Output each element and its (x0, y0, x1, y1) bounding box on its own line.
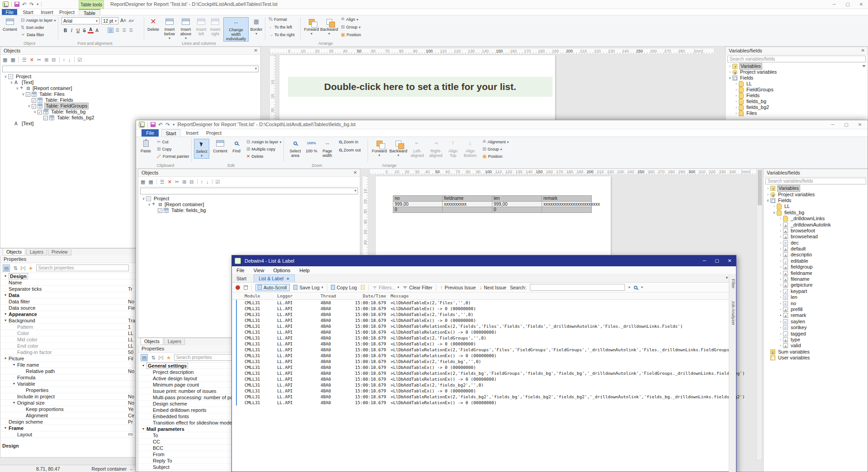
border-button[interactable]: ▦Border▾ (250, 17, 262, 36)
zoom-100-button[interactable]: 100%100 % (305, 139, 318, 153)
tab-project[interactable]: Project (204, 129, 224, 137)
expander-icon[interactable]: ∨ (15, 85, 20, 91)
log-tab[interactable]: Start (232, 275, 254, 282)
titlebar[interactable]: Debwin4 - List & Label ─ ▢ ✕ (232, 255, 736, 266)
expander-icon[interactable]: ▾ (140, 363, 146, 368)
auto-scroll-toggle[interactable]: Auto-Scroll (255, 284, 290, 291)
log-row[interactable]: CMLL31 LL.API 4BA0 15:00:18.679 <LlDbAdd… (232, 306, 736, 312)
tree-item[interactable]: › _drilldownAutolink (764, 222, 868, 227)
property-row[interactable]: Relative path No (0, 368, 136, 374)
property-row[interactable]: Mid color LL (0, 336, 136, 343)
tree-item[interactable]: › fieldname (764, 270, 868, 276)
property-row[interactable]: Alignment Ce (0, 412, 136, 419)
previous-issue-button[interactable]: ↑Previous Issue (440, 285, 476, 290)
page-width-button[interactable]: ⇔Page width (320, 139, 335, 158)
table-cell[interactable] (443, 207, 492, 213)
grow-font-icon[interactable]: A˄ (120, 18, 126, 23)
expander-icon[interactable]: ∨ (9, 80, 14, 85)
expander-icon[interactable]: ▾ (2, 312, 9, 316)
multiple-copy-button[interactable]: ⊞Multiple copy (246, 147, 275, 151)
log-row[interactable]: CMLL31 LL.API 4BA0 15:00:18.679 >LlDbAdd… (232, 312, 736, 317)
expander-icon[interactable]: › (734, 104, 739, 110)
expander-icon[interactable]: › (778, 337, 783, 343)
menu-item[interactable]: File (232, 268, 249, 273)
paste-button[interactable]: Paste (141, 139, 151, 153)
property-value[interactable]: ▭ (128, 431, 132, 437)
design-table[interactable]: no fieldname len remark 999,00 xxxxxxxxx… (393, 195, 592, 213)
property-row[interactable]: ▾ Variable (0, 381, 136, 387)
tree-item[interactable]: › Variables (726, 63, 868, 69)
table-header-row[interactable]: no fieldname len remark (393, 195, 592, 201)
alignment-button[interactable]: ≞Alignment▾ (482, 140, 509, 144)
tree-item[interactable]: › tagged (764, 330, 868, 336)
expander-icon[interactable]: ▾ (2, 426, 9, 430)
property-row[interactable]: End color LL (0, 343, 136, 349)
tree-item[interactable]: › getpicture (764, 282, 868, 288)
log-row[interactable]: CMLL31 LL.API 4BA0 15:00:18.679 <LlDbAdd… (232, 376, 736, 382)
table-footer-row[interactable]: 0 0 (393, 207, 592, 213)
property-value[interactable]: No (128, 400, 134, 406)
tree-item[interactable]: › fields_bg (726, 99, 868, 104)
tree-item[interactable]: › len (764, 294, 868, 300)
property-row[interactable]: Data filter No (0, 298, 136, 305)
panel-tab[interactable]: Layers (26, 249, 47, 255)
column-header[interactable]: Date/Time (354, 293, 386, 298)
log-row[interactable]: CMLL31 LL.API 4BA0 15:00:18.679 <LlDbAdd… (232, 341, 736, 347)
log-row[interactable]: CMLL31 LL.API 4BA0 15:00:18.679 >LlDbAdd… (232, 359, 736, 364)
tree-item[interactable]: › Project variables (726, 69, 868, 75)
delete-button[interactable]: ✕Delete (246, 154, 263, 159)
log-row[interactable]: CMLL31 LL.API 4BA0 15:00:18.679 <LlDbAdd… (232, 388, 736, 394)
tree-item[interactable]: › _drilldownLinks (764, 216, 868, 222)
assign-to-layer-button[interactable]: ⊟Assign to layer▾ (246, 140, 281, 144)
delete-icon[interactable]: ✕ (168, 179, 172, 185)
tree-item[interactable]: ∨ Fields (764, 198, 868, 203)
log-row[interactable]: CMLL31 LL.API 4BA0 15:00:18.679 >LlDbAdd… (232, 382, 736, 388)
close-tab-icon[interactable]: ✕ (286, 277, 290, 281)
tree-item[interactable]: ∨ Project (0, 74, 260, 80)
tree-item[interactable]: › valid (764, 343, 868, 349)
tree-item[interactable]: ∨ Table: Files (0, 91, 260, 97)
side-tab-filter[interactable]: Filter (731, 279, 736, 288)
categorized-view-icon[interactable]: ▤ (141, 354, 148, 361)
tree-item[interactable]: Table: fields_bg (138, 208, 360, 213)
font-name-combo[interactable]: Arial▾ (61, 17, 99, 24)
property-row[interactable]: Include in project No (0, 393, 136, 400)
tree-item[interactable]: › saylen (764, 319, 868, 325)
copy-button[interactable]: ⊞Copy (157, 147, 171, 151)
close-icon[interactable]: ✕ (853, 120, 867, 129)
expander-icon[interactable]: › (734, 99, 739, 104)
group-button[interactable]: ⊞Group▾ (482, 147, 502, 151)
search-options-icon[interactable]: ▾ (628, 285, 630, 289)
expander-icon[interactable]: ▾ (11, 401, 17, 405)
property-value[interactable]: No (128, 368, 134, 374)
tree-item[interactable]: ∨ [Report container] (0, 85, 260, 91)
expander-icon[interactable]: › (778, 276, 783, 282)
tree-item[interactable]: ∨ Fields (726, 75, 868, 81)
insert-below-button[interactable]: Insert below▾ (163, 17, 176, 41)
backward-button[interactable]: Backward▾ (321, 17, 337, 36)
expander-icon[interactable]: › (778, 319, 783, 325)
tree-item[interactable]: › no (764, 300, 868, 306)
log-row[interactable]: CMLL31 LL.API 4BA0 15:00:18.679 >LlDbAdd… (232, 394, 736, 400)
tree-item[interactable]: › remark (764, 312, 868, 318)
tab-file[interactable]: File (142, 129, 159, 137)
tree-item[interactable]: User variables (764, 355, 868, 361)
assign-to-layer-button[interactable]: ⊟Assign to layer▾ (21, 18, 56, 23)
expander-icon[interactable]: ∨ (727, 75, 732, 81)
property-row[interactable]: Pattern 1 (0, 324, 136, 330)
expander-icon[interactable]: › (727, 69, 732, 75)
property-row[interactable]: ▾ File name (0, 362, 136, 368)
close-icon[interactable]: ✕ (854, 0, 868, 9)
expander-icon[interactable]: › (778, 288, 783, 294)
property-value[interactable]: LL (128, 337, 133, 342)
sort-order-button[interactable]: ⇅Sort order (21, 25, 44, 30)
text-style-button[interactable]: A (94, 28, 100, 33)
delete-icon[interactable]: ✕ (30, 57, 34, 63)
expression-icon[interactable]: [+] (159, 354, 163, 361)
record-icon[interactable] (236, 285, 240, 290)
tab-file[interactable]: File (2, 9, 17, 15)
titlebar[interactable]: ↶ ↷ ▾ ReportDesigner for Report 'Test.ls… (136, 120, 868, 129)
search-icon[interactable] (634, 286, 637, 289)
tree-item[interactable]: ∨ Table: FieldGroups (0, 103, 260, 109)
expander-icon[interactable]: › (778, 343, 783, 349)
